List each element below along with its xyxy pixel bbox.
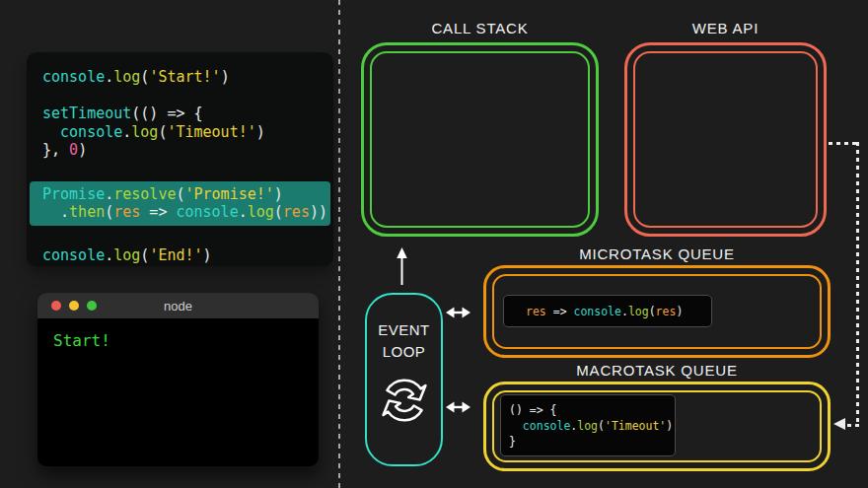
code-line: setTimeout(() => { (27, 105, 333, 123)
code-line (27, 229, 333, 247)
dashed-arrow-left-icon (833, 418, 845, 430)
macrotask-code-chip: () => { console.log('Timeout')} (500, 394, 676, 456)
terminal-window: node Start! (37, 293, 319, 466)
webapi-connector-top (829, 142, 858, 145)
highlighted-code-block: Promise.resolve('Promise!') .then(res =>… (30, 181, 330, 226)
code-line: }, 0) (27, 141, 333, 160)
arrow-up-icon (395, 247, 409, 287)
event-loop-label-line1: EVENT (378, 319, 430, 341)
code-line (27, 87, 333, 105)
call-stack-inner-box (370, 51, 590, 228)
code-line: console.log('Timeout') (509, 418, 667, 434)
terminal-output: Start! (37, 318, 319, 363)
refresh-cycle-icon (378, 374, 431, 427)
microtask-code-chip: res => console.log(res) (503, 295, 712, 327)
web-api-inner-box (633, 51, 818, 228)
window-close-icon[interactable] (51, 301, 61, 311)
web-api-label: WEB API (624, 20, 827, 36)
microtask-queue-label: MICROTASK QUEUE (483, 245, 831, 262)
event-loop-box: EVENT LOOP (365, 293, 443, 466)
call-stack-box (361, 42, 599, 237)
window-controls (51, 301, 97, 311)
code-line: Promise.resolve('Promise!') (30, 185, 330, 204)
code-editor: console.log('Start!') setTimeout(() => {… (27, 52, 333, 266)
code-line: console.log('End!') (27, 246, 333, 265)
terminal-titlebar: node (37, 293, 319, 318)
code-line: console.log('Start!') (27, 68, 333, 87)
event-loop-diagram: console.log('Start!') setTimeout(() => {… (0, 0, 868, 488)
call-stack-label: CALL STACK (361, 20, 599, 36)
webapi-connector-bottom (847, 424, 859, 427)
code-line: res => console.log(res) (526, 305, 683, 318)
code-line: console.log('Timeout!') (27, 123, 333, 142)
event-loop-label-line2: LOOP (383, 341, 426, 363)
arrow-left-right-icon (446, 306, 470, 319)
arrow-left-right-icon (446, 400, 470, 414)
macrotask-queue-label: MACROTASK QUEUE (483, 362, 831, 379)
dashed-divider (338, 0, 340, 488)
code-line: () => { (509, 402, 667, 418)
code-line: .then(res => console.log(res)) (30, 203, 330, 222)
window-zoom-icon[interactable] (87, 301, 97, 311)
webapi-connector-vertical (856, 142, 859, 426)
web-api-box (624, 42, 827, 237)
window-minimize-icon[interactable] (69, 301, 79, 311)
terminal-output-line: Start! (53, 331, 110, 350)
code-line (27, 160, 333, 178)
code-line: } (509, 434, 667, 450)
